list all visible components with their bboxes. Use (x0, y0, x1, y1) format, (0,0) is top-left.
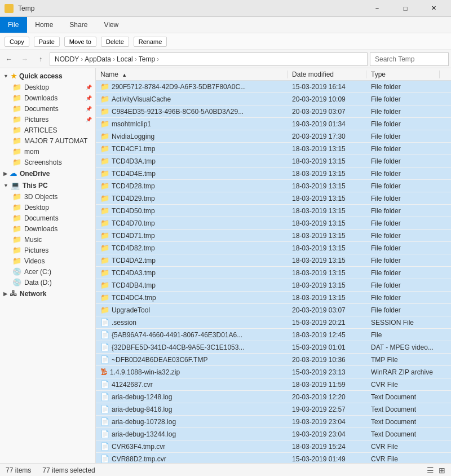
table-row[interactable]: 📄 aria-debug-8416.log 19-03-2019 22:57 T… (96, 403, 451, 416)
file-date-cell: 15-03-2019 01:01 (288, 343, 366, 351)
path-noddy[interactable]: NODDY (55, 55, 79, 63)
sidebar-item-downloads2[interactable]: 📁 Downloads (0, 223, 95, 234)
close-button[interactable]: ✕ (421, 0, 446, 17)
sidebar-item-label: Downloads (24, 94, 58, 102)
file-date-cell: 18-03-2019 13:15 (288, 232, 366, 240)
table-row[interactable]: 📁 TCD4D4E.tmp 18-03-2019 13:15 File fold… (96, 168, 451, 180)
column-type[interactable]: Type (366, 70, 440, 78)
sidebar-item-documents[interactable]: 📁 Documents 📌 (0, 103, 95, 114)
file-name-cell: 📁 UpgradeTool (96, 306, 288, 314)
table-row[interactable]: 📄 CVR88D2.tmp.cvr 15-03-2019 01:49 CVR F… (96, 453, 451, 463)
file-size-cell: 0 KB (440, 443, 451, 451)
column-size[interactable]: Size (440, 70, 451, 78)
tab-share[interactable]: Share (61, 17, 96, 33)
file-date-cell: 18-03-2019 13:15 (288, 157, 366, 165)
table-row[interactable]: 📁 C984ED35-9213-496B-8C60-5A0BD3A29... 2… (96, 105, 451, 118)
ribbon-move-btn[interactable]: Move to (64, 37, 96, 47)
ribbon-copy-btn[interactable]: Copy (5, 37, 29, 47)
table-row[interactable]: 📁 TCD4DB4.tmp 18-03-2019 13:15 File fold… (96, 279, 451, 292)
up-button[interactable]: ↑ (34, 52, 47, 66)
path-appdata[interactable]: AppData (85, 55, 111, 63)
file-type-cell: File folder (366, 157, 440, 165)
file-name-cell: 📁 TCD4DA3.tmp (96, 268, 288, 277)
table-row[interactable]: 📁 TCD4DC4.tmp 18-03-2019 13:15 File fold… (96, 292, 451, 304)
table-row[interactable]: 📄 {32DBFE5D-341D-44CB-9A5E-3C1E1053... 1… (96, 341, 451, 354)
table-row[interactable]: 📁 TCD4D70.tmp 18-03-2019 13:15 File fold… (96, 217, 451, 230)
sidebar-item-major7[interactable]: 📁 MAJOR 7 AUTOMAT (0, 135, 95, 146)
file-name-cell: 📁 ActivityVisualCache (96, 95, 288, 103)
table-row[interactable]: 📁 TCD4D50.tmp 18-03-2019 13:15 File fold… (96, 205, 451, 217)
sidebar-section-this-pc[interactable]: ▼ 💻 This PC (0, 179, 95, 191)
table-row[interactable]: 📁 TCD4DA2.tmp 18-03-2019 13:15 File fold… (96, 254, 451, 267)
table-row[interactable]: 📁 290F5712-8784-42D9-A6F3-5DB7F80A0C... … (96, 81, 451, 93)
table-row[interactable]: 📁 TCD4D29.tmp 18-03-2019 13:15 File fold… (96, 192, 451, 205)
minimize-button[interactable]: − (364, 0, 390, 17)
table-row[interactable]: 📄 .session 15-03-2019 20:21 SESSION File… (96, 316, 451, 329)
ribbon-paste-btn[interactable]: Paste (34, 37, 60, 47)
sidebar-item-documents2[interactable]: 📁 Documents (0, 213, 95, 223)
sidebar-item-desktop[interactable]: 📁 Desktop 📌 (0, 82, 95, 92)
table-row[interactable]: 📁 ActivityVisualCache 20-03-2019 10:09 F… (96, 93, 451, 105)
sidebar-item-data-d[interactable]: 💿 Data (D:) (0, 277, 95, 288)
file-date-cell: 15-03-2019 01:49 (288, 455, 366, 463)
file-type-cell: CVR File (366, 443, 440, 451)
back-button[interactable]: ← (2, 52, 16, 66)
table-row[interactable]: 📁 UpgradeTool 20-03-2019 03:07 File fold… (96, 304, 451, 316)
sidebar-item-articles[interactable]: 📁 ARTICLES (0, 125, 95, 135)
file-date-cell: 18-03-2019 13:15 (288, 294, 366, 302)
file-size-cell: 0 KB (440, 343, 451, 351)
tab-home[interactable]: Home (27, 17, 61, 33)
table-row[interactable]: 📁 TCD4CF1.tmp 18-03-2019 13:15 File fold… (96, 143, 451, 155)
sidebar-item-pictures[interactable]: 📁 Pictures 📌 (0, 114, 95, 125)
table-row[interactable]: 📁 TCD4D28.tmp 18-03-2019 13:15 File fold… (96, 180, 451, 192)
file-name-cell: 📁 TCD4D50.tmp (96, 206, 288, 215)
path-local[interactable]: Local (117, 55, 133, 63)
file-name: TCD4D3A.tmp (112, 157, 156, 165)
column-date[interactable]: Date modified (288, 70, 366, 78)
table-row[interactable]: 📁 TCD4D3A.tmp 18-03-2019 13:15 File fold… (96, 155, 451, 168)
table-row[interactable]: 📁 TCD4DA3.tmp 18-03-2019 13:15 File fold… (96, 267, 451, 279)
sidebar-item-desktop2[interactable]: 📁 Desktop (0, 202, 95, 213)
table-row[interactable]: 📁 TCD4D82.tmp 18-03-2019 13:15 File fold… (96, 242, 451, 254)
file-date-cell: 18-03-2019 13:15 (288, 257, 366, 265)
forward-button[interactable]: → (18, 52, 32, 66)
sidebar-item-mom[interactable]: 📁 mom (0, 146, 95, 157)
table-row[interactable]: 📁 NvidiaLogging 20-03-2019 17:30 File fo… (96, 130, 451, 143)
ribbon-rename-btn[interactable]: Rename (134, 37, 167, 47)
sidebar-item-music[interactable]: 📁 Music (0, 234, 95, 245)
sidebar-item-screenshots[interactable]: 📁 Screenshots (0, 157, 95, 168)
sidebar-section-network[interactable]: ▶ 🖧 Network (0, 288, 95, 299)
sidebar-section-onedrive[interactable]: ▶ ☁ OneDrive (0, 168, 95, 179)
file-list-container[interactable]: Name ▲ Date modified Type Size 📁 290F571… (96, 68, 451, 463)
selected-count: 77 items selected (42, 466, 95, 474)
table-row[interactable]: 📄 {5AB96A74-4660-4491-8067-46E3D01A6... … (96, 329, 451, 341)
table-row[interactable]: 📁 msohtmlclip1 19-03-2019 01:34 File fol… (96, 118, 451, 130)
tab-file[interactable]: File (0, 17, 27, 33)
path-temp[interactable]: Temp (139, 55, 155, 63)
table-row[interactable]: 📄 CVR63F4.tmp.cvr 18-03-2019 15:24 CVR F… (96, 440, 451, 453)
table-row[interactable]: 📄 aria-debug-1248.log 20-03-2019 12:20 T… (96, 391, 451, 403)
onedrive-icon: ☁ (10, 169, 17, 178)
table-row[interactable]: 🗜 1.4.9.1088-win-ia32.zip 15-03-2019 23:… (96, 366, 451, 378)
ribbon-delete-btn[interactable]: Delete (101, 37, 129, 47)
file-name: aria-debug-13244.log (112, 430, 176, 438)
table-row[interactable]: 📄 aria-debug-10728.log 19-03-2019 23:04 … (96, 416, 451, 428)
tab-view[interactable]: View (96, 17, 127, 33)
table-row[interactable]: 📄 aria-debug-13244.log 19-03-2019 23:04 … (96, 428, 451, 440)
table-row[interactable]: 📁 TCD4D71.tmp 18-03-2019 13:15 File fold… (96, 230, 451, 242)
file-size-cell: 1 KB (440, 356, 451, 364)
sidebar-item-acer-c[interactable]: 💿 Acer (C:) (0, 266, 95, 277)
sidebar-item-pictures2[interactable]: 📁 Pictures (0, 245, 95, 255)
maximize-button[interactable]: □ (392, 0, 418, 17)
address-path[interactable]: NODDY › AppData › Local › Temp › (50, 52, 368, 66)
sidebar-section-quick-access[interactable]: ▼ ★ Quick access (0, 70, 95, 82)
sidebar-item-3dobjects[interactable]: 📁 3D Objects (0, 191, 95, 202)
grid-view-icon[interactable]: ⊞ (439, 466, 445, 475)
table-row[interactable]: 📄 ~DFB0D24B6DEAE03C6F.TMP 20-03-2019 10:… (96, 354, 451, 366)
table-row[interactable]: 📄 41242687.cvr 18-03-2019 11:59 CVR File… (96, 378, 451, 391)
list-view-icon[interactable]: ☰ (427, 466, 434, 475)
sidebar-item-videos[interactable]: 📁 Videos (0, 255, 95, 266)
column-name[interactable]: Name ▲ (96, 70, 288, 78)
search-input[interactable] (370, 52, 449, 66)
sidebar-item-downloads[interactable]: 📁 Downloads 📌 (0, 92, 95, 103)
